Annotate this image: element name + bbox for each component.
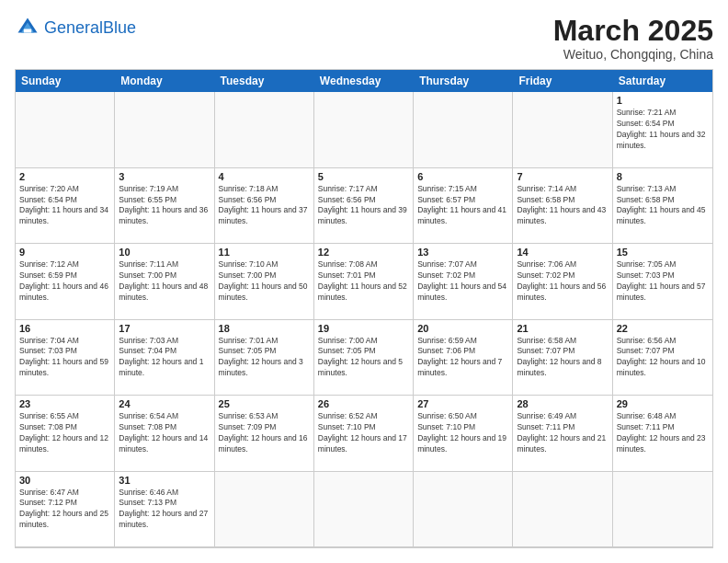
day-number: 26 xyxy=(318,398,409,409)
day-number: 4 xyxy=(219,171,310,182)
day-header-thursday: Thursday xyxy=(414,70,513,92)
day-cell-19: 19Sunrise: 7:00 AMSunset: 7:05 PMDayligh… xyxy=(314,320,414,396)
day-number: 20 xyxy=(417,323,508,334)
day-cell-21: 21Sunrise: 6:58 AMSunset: 7:07 PMDayligh… xyxy=(513,320,612,396)
header: GeneralBlue March 2025 Weituo, Chongqing… xyxy=(15,15,713,62)
day-cell-3: 3Sunrise: 7:19 AMSunset: 6:55 PMDaylight… xyxy=(115,168,214,244)
sun-info: Sunrise: 7:04 AMSunset: 7:03 PMDaylight:… xyxy=(19,336,110,380)
day-number: 19 xyxy=(318,323,409,334)
day-number: 25 xyxy=(219,398,310,409)
day-number: 7 xyxy=(517,171,608,182)
day-cell-27: 27Sunrise: 6:50 AMSunset: 7:10 PMDayligh… xyxy=(414,396,513,471)
empty-cell xyxy=(513,472,612,547)
logo-general: General xyxy=(44,18,103,37)
day-cell-29: 29Sunrise: 6:48 AMSunset: 7:11 PMDayligh… xyxy=(613,396,712,471)
day-number: 30 xyxy=(19,475,110,486)
day-cell-13: 13Sunrise: 7:07 AMSunset: 7:02 PMDayligh… xyxy=(414,244,513,319)
day-header-saturday: Saturday xyxy=(613,70,712,92)
logo-blue: Blue xyxy=(103,18,136,37)
sun-info: Sunrise: 7:18 AMSunset: 6:56 PMDaylight:… xyxy=(219,184,310,228)
day-number: 13 xyxy=(417,247,508,258)
sun-info: Sunrise: 6:47 AMSunset: 7:12 PMDaylight:… xyxy=(19,488,110,532)
logo-text: GeneralBlue xyxy=(44,19,136,36)
sun-info: Sunrise: 7:07 AMSunset: 7:02 PMDaylight:… xyxy=(417,259,508,304)
day-cell-22: 22Sunrise: 6:56 AMSunset: 7:07 PMDayligh… xyxy=(613,320,712,396)
day-cell-4: 4Sunrise: 7:18 AMSunset: 6:56 PMDaylight… xyxy=(215,168,314,244)
day-cell-12: 12Sunrise: 7:08 AMSunset: 7:01 PMDayligh… xyxy=(314,244,414,319)
day-cell-26: 26Sunrise: 6:52 AMSunset: 7:10 PMDayligh… xyxy=(314,396,414,471)
sun-info: Sunrise: 6:55 AMSunset: 7:08 PMDaylight:… xyxy=(19,411,110,455)
day-cell-18: 18Sunrise: 7:01 AMSunset: 7:05 PMDayligh… xyxy=(215,320,314,396)
day-cell-30: 30Sunrise: 6:47 AMSunset: 7:12 PMDayligh… xyxy=(16,472,115,547)
day-number: 5 xyxy=(318,171,409,182)
day-headers: SundayMondayTuesdayWednesdayThursdayFrid… xyxy=(16,70,712,92)
sun-info: Sunrise: 7:12 AMSunset: 6:59 PMDaylight:… xyxy=(19,259,110,304)
sun-info: Sunrise: 7:11 AMSunset: 7:00 PMDaylight:… xyxy=(119,259,210,304)
empty-cell xyxy=(215,472,314,547)
sun-info: Sunrise: 7:08 AMSunset: 7:01 PMDaylight:… xyxy=(318,259,409,304)
sun-info: Sunrise: 7:17 AMSunset: 6:56 PMDaylight:… xyxy=(318,184,409,228)
sun-info: Sunrise: 6:50 AMSunset: 7:10 PMDaylight:… xyxy=(417,411,508,455)
logo-icon xyxy=(15,15,40,40)
day-cell-24: 24Sunrise: 6:54 AMSunset: 7:08 PMDayligh… xyxy=(115,396,214,471)
day-cell-1: 1Sunrise: 7:21 AMSunset: 6:54 PMDaylight… xyxy=(613,92,712,167)
day-cell-17: 17Sunrise: 7:03 AMSunset: 7:04 PMDayligh… xyxy=(115,320,214,396)
day-number: 14 xyxy=(517,247,608,258)
day-cell-7: 7Sunrise: 7:14 AMSunset: 6:58 PMDaylight… xyxy=(513,168,612,244)
empty-cell xyxy=(513,92,612,167)
sun-info: Sunrise: 6:48 AMSunset: 7:11 PMDaylight:… xyxy=(617,411,709,455)
day-cell-5: 5Sunrise: 7:17 AMSunset: 6:56 PMDaylight… xyxy=(314,168,414,244)
day-number: 28 xyxy=(517,398,608,409)
day-number: 24 xyxy=(119,398,210,409)
day-number: 23 xyxy=(19,398,110,409)
day-number: 22 xyxy=(617,323,709,334)
day-cell-6: 6Sunrise: 7:15 AMSunset: 6:57 PMDaylight… xyxy=(414,168,513,244)
empty-cell xyxy=(115,92,214,167)
sun-info: Sunrise: 6:58 AMSunset: 7:07 PMDaylight:… xyxy=(517,336,608,380)
day-cell-20: 20Sunrise: 6:59 AMSunset: 7:06 PMDayligh… xyxy=(414,320,513,396)
day-cell-31: 31Sunrise: 6:46 AMSunset: 7:13 PMDayligh… xyxy=(115,472,214,547)
day-header-wednesday: Wednesday xyxy=(314,70,414,92)
calendar: SundayMondayTuesdayWednesdayThursdayFrid… xyxy=(15,69,713,548)
day-number: 3 xyxy=(119,171,210,182)
empty-cell xyxy=(414,472,513,547)
sun-info: Sunrise: 6:56 AMSunset: 7:07 PMDaylight:… xyxy=(617,336,709,380)
day-number: 10 xyxy=(119,247,210,258)
empty-cell xyxy=(314,472,414,547)
location: Weituo, Chongqing, China xyxy=(553,47,713,62)
page: GeneralBlue March 2025 Weituo, Chongqing… xyxy=(0,0,728,563)
empty-cell xyxy=(414,92,513,167)
sun-info: Sunrise: 7:00 AMSunset: 7:05 PMDaylight:… xyxy=(318,336,409,380)
day-number: 9 xyxy=(19,247,110,258)
day-number: 17 xyxy=(119,323,210,334)
sun-info: Sunrise: 7:10 AMSunset: 7:00 PMDaylight:… xyxy=(219,259,310,304)
day-number: 27 xyxy=(417,398,508,409)
day-number: 15 xyxy=(617,247,709,258)
day-number: 18 xyxy=(219,323,310,334)
day-cell-8: 8Sunrise: 7:13 AMSunset: 6:58 PMDaylight… xyxy=(613,168,712,244)
sun-info: Sunrise: 6:49 AMSunset: 7:11 PMDaylight:… xyxy=(517,411,608,455)
day-header-friday: Friday xyxy=(513,70,612,92)
day-header-monday: Monday xyxy=(115,70,214,92)
day-cell-9: 9Sunrise: 7:12 AMSunset: 6:59 PMDaylight… xyxy=(16,244,115,319)
sun-info: Sunrise: 6:52 AMSunset: 7:10 PMDaylight:… xyxy=(318,411,409,455)
sun-info: Sunrise: 7:21 AMSunset: 6:54 PMDaylight:… xyxy=(617,108,709,152)
sun-info: Sunrise: 6:59 AMSunset: 7:06 PMDaylight:… xyxy=(417,336,508,380)
empty-cell xyxy=(613,472,712,547)
logo: GeneralBlue xyxy=(15,15,136,40)
day-number: 16 xyxy=(19,323,110,334)
day-number: 11 xyxy=(219,247,310,258)
empty-cell xyxy=(215,92,314,167)
sun-info: Sunrise: 7:05 AMSunset: 7:03 PMDaylight:… xyxy=(617,259,709,304)
sun-info: Sunrise: 6:53 AMSunset: 7:09 PMDaylight:… xyxy=(219,411,310,455)
day-cell-2: 2Sunrise: 7:20 AMSunset: 6:54 PMDaylight… xyxy=(16,168,115,244)
day-number: 6 xyxy=(417,171,508,182)
calendar-grid: 1Sunrise: 7:21 AMSunset: 6:54 PMDaylight… xyxy=(16,92,712,547)
sun-info: Sunrise: 6:46 AMSunset: 7:13 PMDaylight:… xyxy=(119,488,210,532)
sun-info: Sunrise: 6:54 AMSunset: 7:08 PMDaylight:… xyxy=(119,411,210,455)
empty-cell xyxy=(314,92,414,167)
month-title: March 2025 xyxy=(553,15,713,47)
sun-info: Sunrise: 7:14 AMSunset: 6:58 PMDaylight:… xyxy=(517,184,608,228)
day-number: 31 xyxy=(119,475,210,486)
sun-info: Sunrise: 7:15 AMSunset: 6:57 PMDaylight:… xyxy=(417,184,508,228)
